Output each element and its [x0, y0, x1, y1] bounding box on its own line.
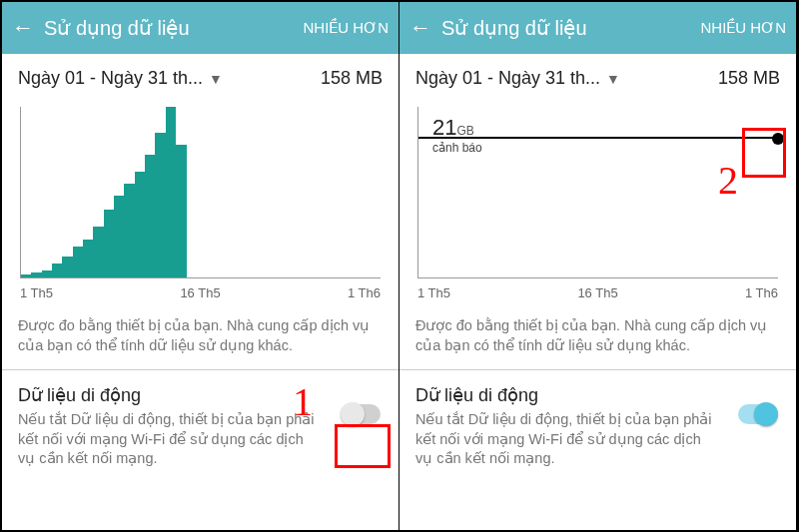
date-range-label: Ngày 01 - Ngày 31 th...	[18, 68, 203, 89]
usage-value: 158 MB	[321, 68, 383, 89]
mobile-data-toggle[interactable]	[341, 404, 381, 424]
warning-unit: GB	[456, 124, 473, 138]
warning-caption: cảnh báo	[432, 141, 482, 155]
chevron-down-icon: ▼	[606, 71, 620, 87]
usage-summary[interactable]: Ngày 01 - Ngày 31 th... ▼ 158 MB	[400, 54, 796, 97]
date-range-label: Ngày 01 - Ngày 31 th...	[415, 68, 600, 89]
app-header: ← Sử dụng dữ liệu NHIỀU HƠN	[400, 2, 796, 54]
usage-value: 158 MB	[718, 68, 780, 89]
mobile-data-setting[interactable]: Dữ liệu di động Nếu tắt Dữ liệu di động,…	[2, 370, 399, 469]
chart-bars	[21, 107, 187, 277]
x-label: 1 Th5	[417, 285, 450, 300]
chart-axes	[20, 107, 381, 278]
phone-right: ← Sử dụng dữ liệu NHIỀU HƠN Ngày 01 - Ng…	[400, 2, 797, 530]
more-button[interactable]: NHIỀU HƠN	[701, 19, 787, 37]
mobile-data-title: Dữ liệu di động	[18, 384, 323, 406]
measurement-note: Được đo bằng thiết bị của bạn. Nhà cung …	[400, 306, 796, 369]
x-label: 1 Th6	[745, 285, 778, 300]
x-label: 16 Th5	[180, 285, 220, 300]
app-header: ← Sử dụng dữ liệu NHIỀU HƠN	[2, 2, 399, 54]
chart-axes: 21GB cảnh báo	[417, 107, 778, 278]
usage-chart[interactable]: 21GB cảnh báo 1 Th5 16 Th5 1 Th6	[411, 97, 784, 306]
x-label: 16 Th5	[577, 285, 617, 300]
mobile-data-desc: Nếu tắt Dữ liệu di động, thiết bị của bạ…	[18, 410, 323, 469]
phone-left: ← Sử dụng dữ liệu NHIỀU HƠN Ngày 01 - Ng…	[2, 2, 400, 530]
more-button[interactable]: NHIỀU HƠN	[304, 19, 390, 37]
page-title: Sử dụng dữ liệu	[441, 16, 691, 40]
warning-slider-handle[interactable]	[772, 133, 784, 145]
warning-threshold-label: 21GB cảnh báo	[432, 115, 482, 155]
mobile-data-title: Dữ liệu di động	[415, 384, 720, 406]
x-label: 1 Th5	[20, 285, 53, 300]
measurement-note: Được đo bằng thiết bị của bạn. Nhà cung …	[2, 306, 399, 369]
back-icon[interactable]: ←	[12, 15, 34, 41]
chevron-down-icon: ▼	[209, 71, 223, 87]
chart-x-labels: 1 Th5 16 Th5 1 Th6	[417, 285, 778, 300]
mobile-data-setting[interactable]: Dữ liệu di động Nếu tắt Dữ liệu di động,…	[400, 370, 796, 469]
page-title: Sử dụng dữ liệu	[44, 16, 294, 40]
warning-line	[418, 137, 778, 139]
chart-x-labels: 1 Th5 16 Th5 1 Th6	[20, 285, 381, 300]
usage-summary[interactable]: Ngày 01 - Ngày 31 th... ▼ 158 MB	[2, 54, 399, 97]
usage-chart[interactable]: 1 Th5 16 Th5 1 Th6	[14, 97, 387, 306]
mobile-data-desc: Nếu tắt Dữ liệu di động, thiết bị của bạ…	[415, 410, 720, 469]
back-icon[interactable]: ←	[409, 15, 431, 41]
x-label: 1 Th6	[348, 285, 381, 300]
mobile-data-toggle[interactable]	[738, 404, 778, 424]
